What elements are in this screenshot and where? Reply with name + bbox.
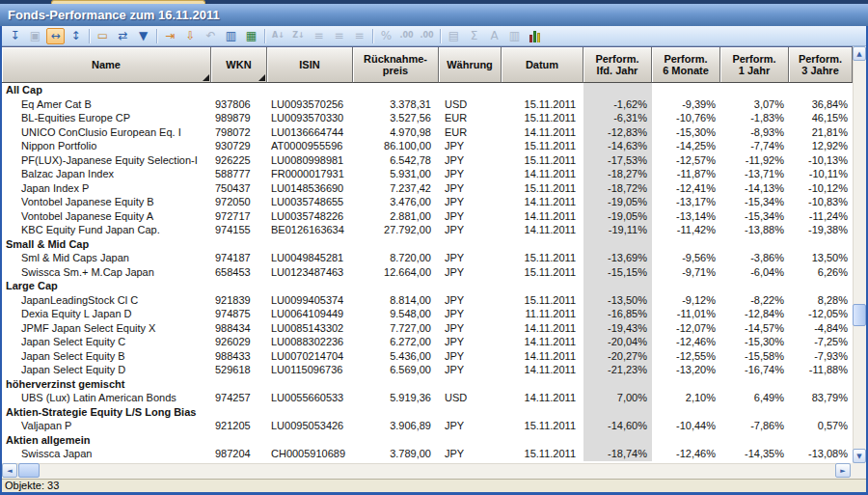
fit-width-icon[interactable]: ↔ [46, 28, 65, 44]
export-icon[interactable]: ↧ [6, 28, 24, 44]
scroll-left-button[interactable]: ◄ [2, 463, 17, 478]
fund-row[interactable]: Vontobel Japanese Equity A972717LU003574… [2, 209, 853, 224]
column-header-name[interactable]: Name [2, 47, 211, 83]
fund-row[interactable]: UBS (Lux) Latin American Bonds974257LU00… [2, 391, 853, 405]
filter-icon[interactable]: ▼ [134, 28, 152, 44]
fund-row[interactable]: Japan Select Equity D529618LU01150967366… [2, 363, 853, 377]
cell-preis: 12.664,00 [353, 265, 439, 280]
cell-preis: 3.789,00 [353, 447, 439, 461]
sort-indicator [203, 74, 209, 81]
column-header-isin[interactable]: ISIN [267, 47, 353, 83]
cell-isin: LU0035748655 [267, 195, 353, 209]
column-header-wkn[interactable]: WKN [211, 47, 267, 83]
chart-icon[interactable] [526, 28, 544, 44]
fit-height-icon[interactable]: ↕ [67, 28, 85, 44]
column-settings-icon[interactable]: ▥ [222, 28, 240, 44]
refresh-icon[interactable]: ⇄ [114, 28, 132, 44]
group-row[interactable]: Large Cap [2, 279, 853, 293]
cell-preis: 4.970,98 [353, 125, 439, 140]
fund-row[interactable]: UNICO ConClusio European Eq. I798072LU01… [2, 125, 853, 140]
fund-row[interactable]: Japan Select Equity C926029LU00883022366… [2, 335, 853, 349]
grid-chart-icon[interactable]: ▦ [242, 28, 260, 44]
fund-row[interactable]: KBC Equity Fund Japan Cap.974155BE012616… [2, 223, 853, 237]
cell-p_1j: -14,13% [720, 181, 789, 196]
column-header-p_lfd[interactable]: Perform. lfd. Jahr [583, 47, 652, 83]
fund-row[interactable]: Japan Index P750437LU01485366907.237,42J… [2, 181, 853, 196]
scroll-right-button[interactable]: ► [835, 463, 851, 478]
cell-wkn: 658453 [211, 265, 267, 280]
cell-preis: 8.720,00 [353, 251, 439, 265]
cell-wkn: 588777 [211, 167, 267, 181]
vertical-scroll-thumb[interactable] [853, 304, 866, 326]
fund-row[interactable]: JapanLeadingStock Cl C921839LU0099405374… [2, 293, 853, 308]
cell-p_3j: -10,83% [789, 195, 853, 209]
cell-p_6m: -12,07% [652, 321, 720, 336]
new-window-icon[interactable]: ▭ [94, 28, 112, 44]
fund-row[interactable]: Valjapan P921205LU00950534263.906,89JPY1… [2, 419, 853, 433]
cell-p_6m [652, 83, 720, 97]
cell-p_3j [789, 237, 853, 252]
cell-p_lfd: -13,50% [583, 293, 652, 308]
decrease-decimal-icon: .00 [418, 28, 436, 44]
fund-row[interactable]: Eq Amer Cat B937806LU00935702563.378,31U… [2, 97, 853, 112]
cell-p_lfd: -19,05% [583, 209, 652, 224]
display-settings-icon: ▥ [505, 28, 524, 44]
group-label: höherverzinst gemischt [2, 377, 583, 392]
cell-p_6m [652, 377, 720, 392]
fund-row[interactable]: Swissca Sm.+ M.Cap Japan658453LU01234874… [2, 265, 853, 280]
cell-name: Japan Select Equity B [2, 349, 211, 364]
column-header-datum[interactable]: Datum [502, 47, 583, 83]
column-header-p_3j[interactable]: Perform. 3 Jahre [789, 47, 853, 83]
column-header-waehrung[interactable]: Währung [439, 47, 502, 83]
group-row[interactable]: Small & Mid Cap [2, 237, 853, 252]
column-header-p_1j[interactable]: Perform. 1 Jahr [720, 47, 789, 83]
fund-row[interactable]: PF(LUX)-Japanese Equity Selection-I92622… [2, 153, 853, 168]
window-title-bar[interactable]: Fonds-Performance zum 16.11.2011 [0, 4, 868, 26]
cell-datum: 15.11.2011 [502, 181, 583, 196]
group-row[interactable]: Aktien allgemein [2, 433, 853, 448]
scroll-down-button[interactable]: ▼ [853, 449, 866, 463]
cell-p_1j: -12,84% [720, 307, 789, 321]
cell-p_1j: -15,30% [720, 335, 789, 349]
cell-p_lfd: -19,43% [583, 321, 652, 336]
cell-p_6m [652, 433, 720, 448]
cell-p_3j: -4,84% [789, 321, 853, 336]
cell-preis: 3.476,00 [353, 195, 439, 209]
cell-name: Vontobel Japanese Equity B [2, 195, 211, 209]
fund-row[interactable]: Sml & Mid Caps Japan974187LU00498452818.… [2, 251, 853, 265]
insert-column-icon[interactable]: ⇥ [161, 28, 179, 44]
arrow-left-icon: ◄ [7, 467, 12, 475]
cell-wkn: 974257 [211, 391, 267, 405]
cell-p_1j: -6,04% [720, 265, 789, 280]
cell-wkn: 926225 [211, 153, 267, 168]
group-row[interactable]: Aktien-Strategie Equity L/S Long Bias [2, 405, 853, 420]
group-row[interactable]: höherverzinst gemischt [2, 377, 853, 392]
scroll-up-button[interactable]: ▲ [853, 46, 866, 61]
cell-p_3j: 12,92% [789, 139, 853, 153]
cell-preis: 3.378,31 [353, 97, 439, 112]
align-left-icon: ≡ [310, 28, 328, 44]
fund-row[interactable]: Nippon Portfolio930729AT000095559686.100… [2, 139, 853, 153]
arrow-right-icon: ► [840, 467, 845, 475]
column-header-preis[interactable]: Rücknahme- preis [353, 47, 439, 83]
fund-row[interactable]: BL-Equities Europe CP989879LU00935703303… [2, 111, 853, 125]
vertical-scrollbar[interactable]: ▲ ▼ [853, 46, 866, 463]
fund-row[interactable]: Vontobel Japanese Equity B972050LU003574… [2, 195, 853, 209]
group-row[interactable]: All Cap [2, 83, 853, 97]
fund-row[interactable]: Dexia Equity L Japan D974875LU0064109449… [2, 307, 853, 321]
fund-row[interactable]: Japan Select Equity B988433LU00702147045… [2, 349, 853, 364]
fund-row[interactable]: JPMF Japan Select Equity X988434LU008514… [2, 321, 853, 336]
cell-preis: 5.436,00 [353, 349, 439, 364]
horizontal-scrollbar[interactable]: ◄ ► [2, 463, 851, 479]
cell-p_6m: -9,39% [652, 97, 720, 112]
fund-row[interactable]: Balzac Japan Index588777FR00000179315.93… [2, 167, 853, 181]
column-header-p_6m[interactable]: Perform. 6 Monate [652, 47, 720, 83]
cell-isin: LU0093570256 [267, 97, 353, 112]
arrow-up-icon: ▲ [856, 50, 861, 58]
cell-isin: LU0099405374 [267, 293, 353, 308]
cell-p_1j [720, 83, 789, 97]
insert-row-icon[interactable]: ⇩ [181, 28, 200, 44]
fund-row[interactable]: Swissca Japan987204CH00059106893.789,00J… [2, 447, 853, 461]
horizontal-scroll-thumb[interactable] [18, 463, 40, 478]
cell-name: Balzac Japan Index [2, 167, 211, 181]
